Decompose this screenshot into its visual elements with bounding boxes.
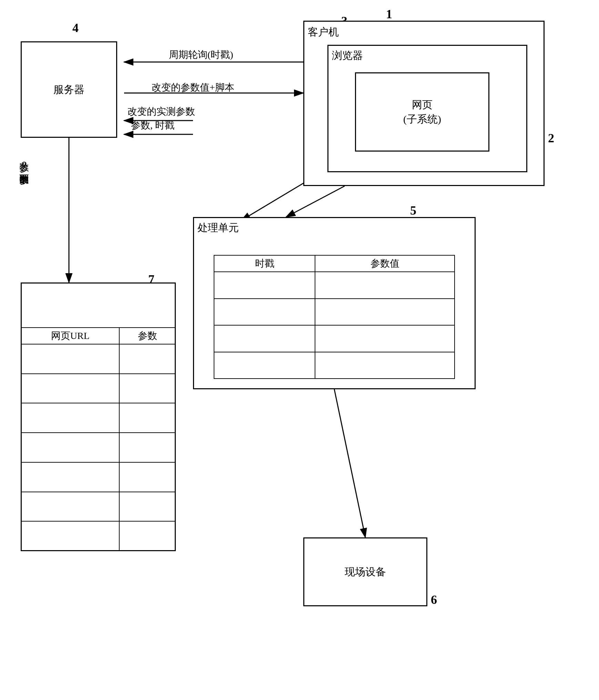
changed-measured2-label: 参数, 时戳 bbox=[131, 119, 174, 132]
client-label: 客户机 bbox=[308, 25, 339, 39]
table-row bbox=[214, 272, 455, 299]
webpage-label: 网页 (子系统) bbox=[403, 97, 441, 126]
url-table-row bbox=[21, 433, 175, 462]
table-row bbox=[214, 299, 455, 326]
diagram: 4 服务器 1 3 8 客户机 2 浏览器 网页 (子系统) 周期轮询(时戳) … bbox=[0, 0, 599, 700]
server-box: 服务器 bbox=[21, 41, 117, 138]
url-table-row bbox=[21, 344, 175, 374]
url-table-row bbox=[21, 403, 175, 433]
url-table: 网页URL 参数 bbox=[21, 327, 176, 551]
url-table-row bbox=[21, 492, 175, 522]
url-col-header: 网页URL bbox=[21, 328, 119, 344]
url-table-row bbox=[21, 374, 175, 403]
url-table-row bbox=[21, 521, 175, 551]
svg-line-6 bbox=[286, 186, 345, 217]
svg-line-7 bbox=[241, 179, 310, 220]
table-row bbox=[214, 325, 455, 352]
svg-line-9 bbox=[334, 389, 365, 537]
processing-label: 处理单元 bbox=[197, 221, 239, 235]
browser-label: 浏览器 bbox=[332, 49, 363, 63]
timestamp-header: 时戳 bbox=[214, 255, 315, 272]
ref-num-6: 6 bbox=[431, 593, 437, 607]
params-in-page-label: 参数？ 网页中的参数 bbox=[17, 155, 30, 258]
webpage-box: 网页 (子系统) bbox=[355, 72, 489, 152]
url-table-row bbox=[21, 462, 175, 492]
periodic-poll-label: 周期轮询(时戳) bbox=[169, 48, 233, 61]
ref-num-4: 4 bbox=[72, 21, 79, 35]
field-device-box: 现场设备 bbox=[303, 537, 427, 606]
changed-measured-label: 改变的实测参数 bbox=[128, 105, 195, 118]
table-row bbox=[214, 352, 455, 379]
ref-num-2: 2 bbox=[548, 131, 554, 145]
processing-table: 时戳 参数值 bbox=[214, 255, 455, 379]
ref-num-5: 5 bbox=[410, 203, 416, 218]
changed-params-label: 改变的参数值+脚本 bbox=[152, 81, 234, 94]
paramval-header: 参数值 bbox=[315, 255, 455, 272]
server-label: 服务器 bbox=[53, 83, 84, 97]
ref-num-1: 1 bbox=[386, 7, 392, 21]
field-device-label: 现场设备 bbox=[345, 565, 386, 579]
param-col-header: 参数 bbox=[119, 328, 175, 344]
